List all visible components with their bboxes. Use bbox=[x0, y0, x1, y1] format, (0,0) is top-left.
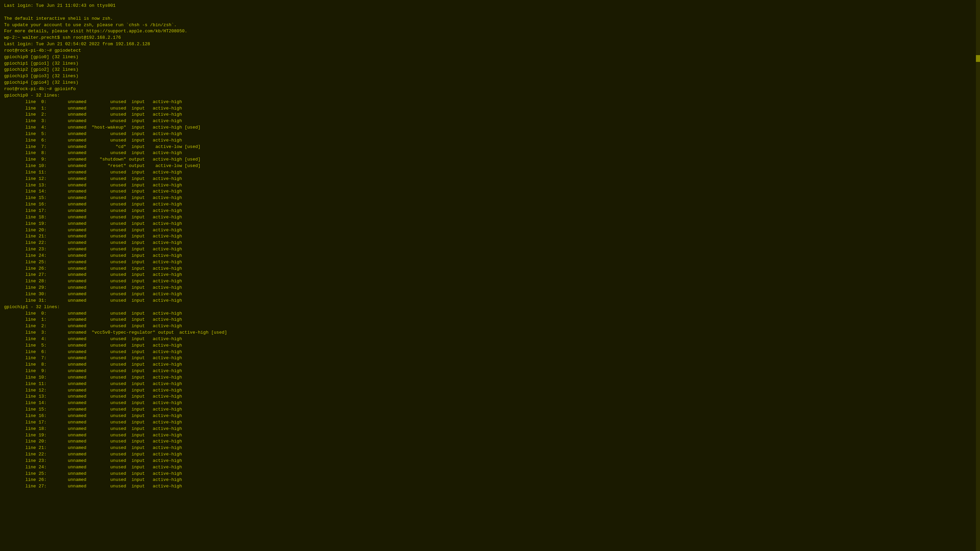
terminal-output: Last login: Tue Jun 21 11:02:43 on ttys0… bbox=[4, 3, 976, 490]
scrollbar-thumb[interactable] bbox=[976, 55, 980, 62]
scrollbar[interactable] bbox=[976, 0, 980, 551]
